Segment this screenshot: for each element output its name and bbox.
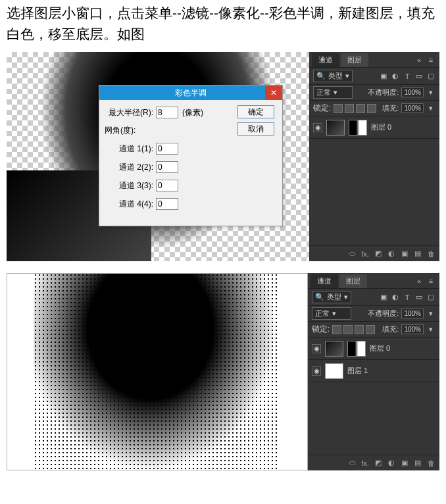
channel2-input[interactable] — [156, 161, 178, 173]
fill-value[interactable]: 100% — [401, 324, 424, 334]
collapse-icon[interactable]: « — [414, 55, 424, 64]
lock-position-icon[interactable] — [343, 325, 353, 334]
cancel-button[interactable]: 取消 — [237, 122, 274, 136]
fill-value[interactable]: 100% — [401, 103, 424, 113]
filter-smart-icon[interactable]: ▢ — [426, 293, 435, 302]
layer-name[interactable]: 图层 0 — [371, 122, 391, 132]
filter-adjust-icon[interactable]: ◐ — [391, 293, 400, 302]
lock-icon[interactable] — [367, 104, 376, 113]
collapse-icon[interactable]: « — [414, 276, 424, 286]
max-radius-input[interactable] — [156, 107, 178, 118]
color-halftone-dialog: 彩色半调 ✕ 确定 取消 最大半径(R): (像素) 网角(度): 通道 1(1… — [99, 85, 283, 226]
new-layer-icon[interactable]: ▤ — [413, 459, 422, 468]
fill-adjust-icon[interactable]: ◐ — [387, 459, 396, 468]
channel4-label: 通道 4(4): — [105, 199, 153, 210]
filter-text-icon[interactable]: T — [403, 72, 412, 81]
lock-pixels-icon[interactable] — [334, 104, 343, 113]
eye-icon[interactable]: ◉ — [312, 366, 321, 376]
layer-name[interactable]: 图层 1 — [347, 366, 368, 376]
filter-kind-select[interactable]: 🔍 类型 ▾ — [312, 291, 351, 303]
screen-angle-label: 网角(度): — [105, 125, 136, 136]
instruction-text: 选择图层小窗口，点击菜单--滤镜--像素化--彩色半调，新建图层，填充白色，移至… — [0, 0, 446, 52]
filter-shape-icon[interactable]: ▭ — [414, 293, 424, 302]
new-layer-icon[interactable]: ▤ — [413, 249, 422, 259]
halftone-result — [34, 274, 277, 470]
filter-adjust-icon[interactable]: ◐ — [391, 72, 400, 81]
layers-panel: 通道 图层 « ≡ 🔍 类型 ▾ ▣ ◐ T ▭ ▢ 正常 — [309, 52, 439, 261]
lock-icon[interactable] — [366, 325, 375, 334]
filter-image-icon[interactable]: ▣ — [379, 72, 388, 81]
search-icon: 🔍 — [316, 72, 326, 80]
filter-kind-label: 类型 — [328, 71, 343, 81]
close-icon[interactable]: ✕ — [265, 86, 282, 100]
dialog-title: 彩色半调 — [175, 88, 207, 99]
layer-thumbnail[interactable] — [325, 341, 343, 357]
max-radius-label: 最大半径(R): — [105, 107, 153, 118]
dialog-titlebar: 彩色半调 ✕ — [99, 86, 282, 100]
menu-icon[interactable]: ≡ — [426, 55, 435, 64]
folder-icon[interactable]: ▣ — [400, 249, 409, 259]
layer-thumbnail[interactable] — [325, 363, 343, 379]
ok-button[interactable]: 确定 — [237, 105, 274, 118]
filter-smart-icon[interactable]: ▢ — [426, 72, 435, 81]
folder-icon[interactable]: ▣ — [400, 459, 409, 468]
lock-label: 锁定: — [312, 324, 330, 335]
tab-channels[interactable]: 通道 — [310, 274, 338, 288]
mask-icon[interactable]: ◩ — [374, 459, 383, 468]
filter-kind-select[interactable]: 🔍 类型 ▾ — [313, 70, 353, 82]
lock-all-icon[interactable] — [356, 104, 365, 113]
lock-position-icon[interactable] — [345, 104, 354, 113]
tab-channels[interactable]: 通道 — [312, 53, 339, 67]
channel4-input[interactable] — [156, 198, 178, 210]
trash-icon[interactable]: 🗑 — [426, 459, 435, 468]
chevron-down-icon: ▾ — [334, 88, 337, 97]
lock-all-icon[interactable] — [355, 325, 364, 334]
tab-layers[interactable]: 图层 — [341, 53, 368, 67]
opacity-value[interactable]: 100% — [401, 309, 424, 318]
link-icon[interactable]: ⬭ — [347, 459, 357, 468]
layers-list: ◉ 图层 0 — [309, 116, 439, 245]
dialog-body: 确定 取消 最大半径(R): (像素) 网角(度): 通道 1(1): 通道 2… — [99, 100, 282, 226]
fx-icon[interactable]: fx. — [360, 459, 370, 468]
filter-kind-label: 类型 — [327, 292, 341, 302]
link-icon[interactable]: ⬭ — [347, 249, 357, 259]
layer-row[interactable]: ◉ 图层 0 — [308, 338, 439, 360]
chevron-down-icon[interactable]: ▾ — [426, 325, 435, 334]
opacity-label: 不透明度: — [368, 88, 399, 97]
chevron-down-icon[interactable]: ▾ — [426, 88, 435, 97]
search-icon: 🔍 — [315, 293, 324, 301]
chevron-down-icon[interactable]: ▾ — [426, 309, 435, 318]
layers-list: ◉ 图层 0 ◉ 图层 1 — [308, 338, 439, 455]
fill-label: 填充: — [382, 324, 399, 334]
eye-icon[interactable]: ◉ — [312, 344, 321, 353]
layer-mask-thumbnail[interactable] — [349, 120, 367, 136]
channel3-input[interactable] — [156, 180, 178, 191]
layer-row[interactable]: ◉ 图层 0 — [309, 116, 439, 139]
fx-icon[interactable]: fx. — [360, 249, 370, 259]
eye-icon[interactable]: ◉ — [313, 123, 322, 132]
tab-layers[interactable]: 图层 — [339, 274, 367, 288]
layer-row[interactable]: ◉ 图层 1 — [308, 360, 439, 382]
blend-mode-label: 正常 — [315, 309, 330, 318]
blend-mode-select[interactable]: 正常 ▾ — [312, 307, 351, 320]
filter-shape-icon[interactable]: ▭ — [414, 72, 424, 81]
blend-mode-select[interactable]: 正常 ▾ — [313, 86, 353, 99]
mask-icon[interactable]: ◩ — [374, 249, 383, 259]
fill-adjust-icon[interactable]: ◐ — [387, 249, 396, 259]
filter-text-icon[interactable]: T — [403, 293, 412, 302]
layer-mask-thumbnail[interactable] — [347, 341, 366, 357]
filter-image-icon[interactable]: ▣ — [379, 293, 388, 302]
opacity-value[interactable]: 100% — [401, 88, 424, 97]
menu-icon[interactable]: ≡ — [426, 276, 435, 286]
screenshot-2: 通道 图层 « ≡ 🔍 类型 ▾ ▣ ◐ T ▭ ▢ 正常 — [7, 273, 439, 470]
panel-footer: ⬭ fx. ◩ ◐ ▣ ▤ 🗑 — [309, 245, 439, 261]
chevron-down-icon[interactable]: ▾ — [426, 104, 435, 113]
trash-icon[interactable]: 🗑 — [426, 249, 435, 259]
channel1-input[interactable] — [156, 143, 178, 155]
layer-name[interactable]: 图层 0 — [370, 343, 390, 353]
opacity-label: 不透明度: — [368, 309, 399, 318]
lock-pixels-icon[interactable] — [332, 325, 341, 334]
layer-thumbnail[interactable] — [326, 120, 345, 136]
chevron-down-icon: ▾ — [332, 309, 336, 318]
lock-label: 锁定: — [313, 103, 331, 114]
